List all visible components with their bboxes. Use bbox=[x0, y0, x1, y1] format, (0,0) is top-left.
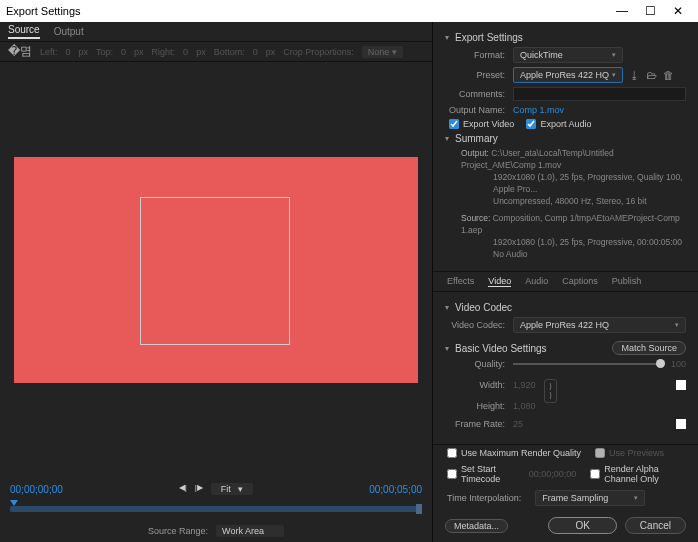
tab-video[interactable]: Video bbox=[488, 276, 511, 287]
ok-button[interactable]: OK bbox=[548, 517, 616, 534]
crop-icon[interactable]: �몀 bbox=[8, 43, 32, 60]
start-timecode-value: 00;00;00;00 bbox=[529, 469, 577, 479]
close-button[interactable]: ✕ bbox=[664, 4, 692, 18]
save-preset-icon[interactable]: ⭳ bbox=[629, 69, 640, 81]
prev-frame-button[interactable]: ◀| bbox=[179, 483, 187, 495]
format-dropdown[interactable]: QuickTime▾ bbox=[513, 47, 623, 63]
height-value: 1,080 bbox=[513, 401, 536, 411]
playbar: 00;00;00;00 ◀| |▶ Fit ▾ 00;00;05;00 bbox=[0, 478, 432, 500]
import-preset-icon[interactable]: 🗁 bbox=[646, 69, 657, 81]
quality-slider[interactable] bbox=[513, 363, 665, 365]
preset-dropdown[interactable]: Apple ProRes 422 HQ▾ bbox=[513, 67, 623, 83]
width-value: 1,920 bbox=[513, 380, 536, 390]
start-timecode[interactable]: 00;00;00;00 bbox=[10, 484, 63, 495]
settings-tabs: Effects Video Audio Captions Publish bbox=[433, 271, 698, 292]
comments-input[interactable] bbox=[513, 87, 686, 101]
export-video-checkbox[interactable]: Export Video bbox=[449, 119, 514, 129]
zoom-fit-dropdown[interactable]: Fit ▾ bbox=[211, 483, 254, 495]
tab-source[interactable]: Source bbox=[8, 24, 40, 39]
cancel-button[interactable]: Cancel bbox=[625, 517, 686, 534]
format-label: Format: bbox=[445, 50, 513, 60]
maximize-button[interactable]: ☐ bbox=[636, 4, 664, 18]
quality-label: Quality: bbox=[445, 359, 513, 369]
tab-effects[interactable]: Effects bbox=[447, 276, 474, 287]
crop-left-label: Left: bbox=[40, 47, 58, 57]
tab-audio[interactable]: Audio bbox=[525, 276, 548, 287]
crop-right-label: Right: bbox=[152, 47, 176, 57]
max-render-quality-checkbox[interactable]: Use Maximum Render Quality bbox=[447, 448, 581, 458]
source-range-label: Source Range: bbox=[148, 526, 208, 536]
quality-value: 100 bbox=[671, 359, 686, 369]
match-source-button[interactable]: Match Source bbox=[612, 341, 686, 355]
crop-bottom-label: Bottom: bbox=[214, 47, 245, 57]
source-range-dropdown[interactable]: Work Area bbox=[216, 525, 284, 537]
output-name-link[interactable]: Comp 1.mov bbox=[513, 105, 564, 115]
crop-proportions-dropdown[interactable]: None ▾ bbox=[362, 46, 403, 58]
time-interpolation-label: Time Interpolation: bbox=[447, 493, 521, 503]
preview-area bbox=[0, 62, 432, 478]
timeline[interactable] bbox=[0, 500, 432, 520]
preview-tabs: Source Output bbox=[0, 22, 432, 42]
minimize-button[interactable]: — bbox=[608, 4, 636, 18]
preview-canvas bbox=[14, 157, 418, 383]
next-frame-button[interactable]: |▶ bbox=[195, 483, 203, 495]
title-bar: Export Settings — ☐ ✕ bbox=[0, 0, 698, 22]
summary-heading[interactable]: ▾Summary bbox=[445, 133, 686, 144]
output-name-label: Output Name: bbox=[445, 105, 513, 115]
end-timecode: 00;00;05;00 bbox=[369, 484, 422, 495]
comments-label: Comments: bbox=[445, 89, 513, 99]
render-alpha-checkbox[interactable]: Render Alpha Channel Only bbox=[590, 464, 684, 484]
width-label: Width: bbox=[445, 380, 513, 390]
tab-publish[interactable]: Publish bbox=[612, 276, 642, 287]
link-dimensions-icon[interactable]: ⟩⟩ bbox=[544, 379, 557, 403]
window-title: Export Settings bbox=[6, 5, 81, 17]
time-interpolation-dropdown[interactable]: Frame Sampling▾ bbox=[535, 490, 645, 506]
width-match-checkbox[interactable] bbox=[676, 380, 686, 390]
export-settings-heading[interactable]: ▾Export Settings bbox=[445, 32, 686, 43]
tab-output[interactable]: Output bbox=[54, 26, 84, 37]
tab-captions[interactable]: Captions bbox=[562, 276, 598, 287]
basic-video-heading[interactable]: ▾Basic Video Settings Match Source bbox=[445, 341, 686, 355]
delete-preset-icon[interactable]: 🗑 bbox=[663, 69, 674, 81]
crop-top-label: Top: bbox=[96, 47, 113, 57]
framerate-label: Frame Rate: bbox=[445, 419, 513, 429]
video-codec-heading[interactable]: ▾Video Codec bbox=[445, 302, 686, 313]
preset-label: Preset: bbox=[445, 70, 513, 80]
video-codec-label: Video Codec: bbox=[445, 320, 513, 330]
safe-area-box bbox=[140, 197, 290, 345]
crop-proportions-label: Crop Proportions: bbox=[283, 47, 354, 57]
video-codec-dropdown[interactable]: Apple ProRes 422 HQ▾ bbox=[513, 317, 686, 333]
height-label: Height: bbox=[445, 401, 513, 411]
metadata-button[interactable]: Metadata... bbox=[445, 519, 508, 533]
crop-toolbar: �몀 Left:0px Top:0px Right:0px Bottom:0px… bbox=[0, 42, 432, 62]
framerate-match-checkbox[interactable] bbox=[676, 419, 686, 429]
export-audio-checkbox[interactable]: Export Audio bbox=[526, 119, 591, 129]
framerate-value: 25 bbox=[513, 419, 523, 429]
end-marker[interactable] bbox=[416, 504, 422, 514]
use-previews-checkbox: Use Previews bbox=[595, 448, 664, 458]
summary-text: Output: C:\User_ata\Local\Temp\Untitled … bbox=[445, 148, 686, 261]
set-start-timecode-checkbox[interactable]: Set Start Timecode bbox=[447, 464, 515, 484]
